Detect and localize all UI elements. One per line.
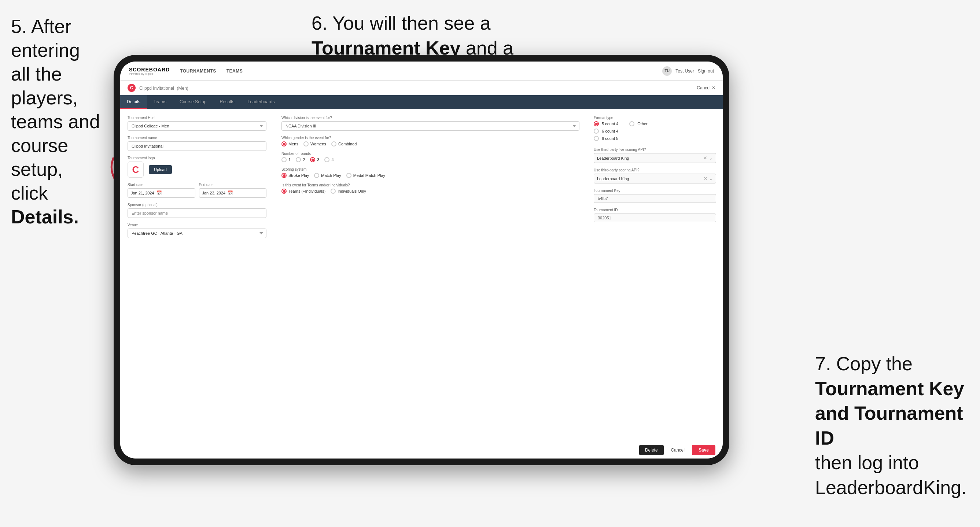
rounds-radio-group: 1 2 3 4 [282, 157, 579, 162]
gender-combined[interactable]: Combined [331, 141, 356, 146]
gender-womens[interactable]: Womens [304, 141, 326, 146]
round-3-radio[interactable] [310, 157, 315, 162]
gender-mens[interactable]: Mens [282, 141, 298, 146]
scoring-medal-radio[interactable] [346, 173, 352, 178]
round-2[interactable]: 2 [296, 157, 305, 162]
gender-combined-radio[interactable] [331, 141, 336, 146]
round-2-radio[interactable] [296, 157, 301, 162]
division-select[interactable]: NCAA Division III [282, 121, 579, 131]
sponsor-group: Sponsor (optional) [127, 203, 266, 218]
teams-radio-group: Teams (+Individuals) Individuals Only [282, 189, 579, 194]
end-date-input[interactable]: Jan 23, 2024 📅 [199, 188, 267, 198]
gender-label: Which gender is the event for? [282, 136, 579, 140]
individuals-only-radio[interactable] [331, 189, 336, 194]
teams-group: Is this event for Teams and/or Individua… [282, 183, 579, 194]
right-column: Format type 5 count 4 6 count 4 [587, 109, 723, 441]
api2-input[interactable]: Leaderboard King ✕ ⌄ [594, 174, 716, 184]
format-5count4-radio[interactable] [594, 121, 599, 126]
format-options-row: 5 count 4 6 count 4 6 count 5 [594, 121, 716, 143]
api1-value: Leaderboard King [597, 156, 629, 160]
logo-area: SCOREBOARD Powered by clippd [129, 67, 170, 75]
tab-teams[interactable]: Teams [147, 95, 173, 109]
venue-select[interactable]: Peachtree GC - Atlanta - GA [127, 229, 266, 238]
tablet-frame: SCOREBOARD Powered by clippd TOURNAMENTS… [114, 55, 729, 465]
tournament-name-input[interactable] [127, 141, 266, 151]
scoring-label: Scoring system [282, 167, 579, 171]
scoring-match[interactable]: Match Play [314, 173, 341, 178]
api1-clear-icon[interactable]: ✕ ⌄ [703, 155, 713, 161]
tabs-bar: Details Teams Course Setup Results Leade… [120, 95, 723, 109]
tournament-id-label: Tournament ID [594, 208, 716, 212]
footer-cancel-button[interactable]: Cancel [667, 445, 688, 455]
scoring-match-radio[interactable] [314, 173, 319, 178]
gender-mens-radio[interactable] [282, 141, 286, 146]
tournament-id-group: Tournament ID 302051 [594, 208, 716, 222]
tab-leaderboards[interactable]: Leaderboards [241, 95, 281, 109]
venue-label: Venue [127, 223, 266, 227]
scoring-radio-group: Stroke Play Match Play Medal Match Play [282, 173, 579, 178]
format-6count5[interactable]: 6 count 5 [594, 136, 618, 141]
end-date-calendar-icon[interactable]: 📅 [228, 190, 233, 195]
user-avatar: TU [662, 66, 672, 76]
upload-button[interactable]: Upload [149, 165, 172, 174]
scoring-group: Scoring system Stroke Play Match Play [282, 167, 579, 178]
api2-clear-icon[interactable]: ✕ ⌄ [703, 176, 713, 181]
format-6count4-radio[interactable] [594, 129, 599, 134]
scoring-stroke[interactable]: Stroke Play [282, 173, 309, 178]
format-left-options: 5 count 4 6 count 4 6 count 5 [594, 121, 618, 143]
tab-results[interactable]: Results [213, 95, 241, 109]
annotation-bottom-right-text: 7. Copy theTournament Keyand Tournament … [815, 353, 966, 498]
tab-course-setup[interactable]: Course Setup [173, 95, 213, 109]
nav-teams[interactable]: TEAMS [226, 68, 243, 74]
tournament-host-select[interactable]: Clippd College - Men [127, 121, 266, 131]
app-header: SCOREBOARD Powered by clippd TOURNAMENTS… [120, 62, 723, 81]
format-5count4[interactable]: 5 count 4 [594, 121, 618, 126]
start-date-calendar-icon[interactable]: 📅 [156, 190, 162, 195]
round-3[interactable]: 3 [310, 157, 319, 162]
tournament-host-group: Tournament Host Clippd College - Men [127, 116, 266, 131]
gender-womens-radio[interactable] [304, 141, 309, 146]
gender-group: Which gender is the event for? Mens Wome… [282, 136, 579, 146]
left-column: Tournament Host Clippd College - Men Tou… [120, 109, 274, 441]
round-1-radio[interactable] [282, 157, 286, 162]
date-row: Start date Jan 21, 2024 📅 End date Jan 2… [127, 183, 266, 198]
teams-plus-radio[interactable] [282, 189, 286, 194]
tablet-screen: SCOREBOARD Powered by clippd TOURNAMENTS… [120, 62, 723, 459]
api2-label: Use third-party scoring API? [594, 168, 716, 172]
api1-input[interactable]: Leaderboard King ✕ ⌄ [594, 153, 716, 163]
round-1[interactable]: 1 [282, 157, 291, 162]
end-date-group: End date Jan 23, 2024 📅 [199, 183, 267, 198]
format-other[interactable]: Other [629, 121, 648, 126]
start-date-group: Start date Jan 21, 2024 📅 [127, 183, 195, 198]
tab-details[interactable]: Details [120, 95, 147, 109]
sign-out-link[interactable]: Sign out [698, 68, 714, 74]
end-date-value: Jan 23, 2024 [202, 191, 226, 195]
tournament-key-label: Tournament Key [594, 189, 716, 193]
start-date-input[interactable]: Jan 21, 2024 📅 [127, 188, 195, 198]
delete-button[interactable]: Delete [639, 445, 664, 455]
format-right-options: Other [629, 121, 648, 143]
end-date-label: End date [199, 183, 267, 187]
individuals-only[interactable]: Individuals Only [331, 189, 366, 194]
teams-plus-individuals[interactable]: Teams (+Individuals) [282, 189, 325, 194]
logo-upload-area: C Upload [127, 162, 266, 178]
annotation-left: 5. After enteringall the players,teams a… [11, 15, 117, 229]
scoring-medal[interactable]: Medal Match Play [346, 173, 385, 178]
logo-preview: C [127, 162, 144, 178]
scoring-stroke-radio[interactable] [282, 173, 286, 178]
format-other-radio[interactable] [629, 121, 635, 126]
tournament-id-value: 302051 [594, 214, 716, 222]
tournament-logo-label: Tournament logo [127, 156, 266, 160]
sponsor-input[interactable] [127, 208, 266, 218]
main-content: Tournament Host Clippd College - Men Tou… [120, 109, 723, 441]
tournament-name-group: Tournament name [127, 136, 266, 151]
cancel-tournament-btn[interactable]: Cancel ✕ [697, 85, 715, 90]
format-6count5-radio[interactable] [594, 136, 599, 141]
nav-tournaments[interactable]: TOURNAMENTS [180, 68, 216, 74]
round-4[interactable]: 4 [325, 157, 334, 162]
teams-label: Is this event for Teams and/or Individua… [282, 183, 579, 187]
round-4-radio[interactable] [325, 157, 329, 162]
format-6count4[interactable]: 6 count 4 [594, 129, 618, 134]
save-button[interactable]: Save [692, 445, 715, 455]
logo-text: SCOREBOARD [129, 67, 170, 73]
